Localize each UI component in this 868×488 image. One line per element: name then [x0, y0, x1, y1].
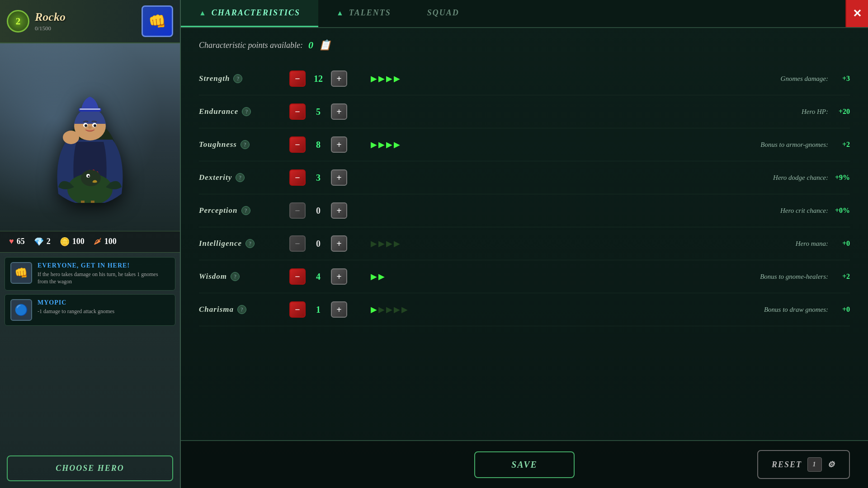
stat-controls-toughness: − 8 +: [289, 136, 371, 153]
blue-value: 2: [47, 237, 51, 246]
minus-button-endurance[interactable]: −: [289, 103, 306, 120]
help-button-charisma[interactable]: ?: [237, 305, 246, 314]
stat-number-strength: 12: [309, 74, 327, 84]
trait-icon-myopic: 🔵: [10, 299, 32, 321]
stat-gold-item: 🪙 100: [60, 237, 85, 247]
help-button-intelligence[interactable]: ?: [245, 239, 255, 248]
bottom-bar: Save Reset 1 ⚙: [181, 440, 868, 488]
stat-label-section-wisdom: Wisdom ?: [199, 272, 289, 281]
help-button-strength[interactable]: ?: [233, 74, 242, 83]
effect-value-strength: +3: [832, 75, 850, 83]
help-button-perception[interactable]: ?: [241, 206, 250, 215]
arrow-strength-2: ▶: [386, 74, 392, 84]
trait-desc-myopic: -1 damage to ranged attack gnomes: [38, 308, 114, 315]
minus-button-toughness[interactable]: −: [289, 136, 306, 153]
points-icon: 📋: [319, 39, 331, 51]
arrow-intelligence-2: ▶: [386, 239, 392, 249]
plus-button-charisma[interactable]: +: [331, 301, 347, 318]
stat-label-section-strength: Strength ?: [199, 74, 289, 83]
svg-point-8: [88, 126, 92, 129]
gold-icon: 🪙: [60, 237, 70, 247]
svg-rect-10: [65, 133, 76, 141]
arrows-section-charisma: ▶▶▶▶▶: [371, 305, 425, 314]
trait-content-everyone-get-in-here: Everyone, get in here! If the hero takes…: [38, 262, 170, 286]
stat-label-section-endurance: Endurance ?: [199, 107, 289, 116]
stat-label-dexterity: Dexterity: [199, 173, 232, 182]
hp-icon: ♥: [9, 237, 14, 246]
choose-hero-button[interactable]: Choose Hero: [7, 455, 173, 481]
tab-talents[interactable]: ▲ Talents: [318, 0, 409, 27]
arrows-section-wisdom: ▶▶: [371, 272, 425, 282]
plus-button-wisdom[interactable]: +: [331, 268, 347, 285]
effect-value-endurance: +20: [832, 108, 850, 116]
hero-name: Rocko: [35, 10, 136, 24]
help-button-toughness[interactable]: ?: [241, 140, 250, 149]
stat-controls-wisdom: − 4 +: [289, 268, 371, 285]
hero-header: 2 Rocko 0/1500 👊: [0, 0, 180, 43]
stat-number-wisdom: 4: [309, 272, 327, 282]
stat-row-wisdom: Wisdom ? − 4 + ▶▶ Bonus to gnome-healers…: [199, 260, 850, 293]
points-available: Characteristic points available: 0 📋: [199, 39, 850, 51]
help-button-endurance[interactable]: ?: [242, 107, 251, 116]
minus-button-dexterity[interactable]: −: [289, 169, 306, 186]
arrow-charisma-4: ▶: [401, 305, 408, 314]
effect-value-perception: +0%: [832, 206, 850, 215]
hero-image-area: [0, 43, 180, 231]
points-count: 0: [308, 39, 313, 51]
minus-button-charisma[interactable]: −: [289, 301, 306, 318]
trait-desc-everyone-get-in-here: If the hero takes damage on his turn, he…: [38, 271, 170, 286]
effect-label-charisma: Bonus to draw gnomes:: [702, 306, 828, 314]
tab-characteristics-arrow: ▲: [199, 9, 207, 17]
plus-button-endurance[interactable]: +: [331, 103, 347, 120]
stat-number-toughness: 8: [309, 140, 327, 150]
save-button[interactable]: Save: [474, 451, 575, 478]
effect-label-intelligence: Hero mana:: [702, 240, 828, 248]
arrow-intelligence-1: ▶: [378, 239, 385, 249]
hp-value: 65: [17, 237, 25, 246]
plus-button-dexterity[interactable]: +: [331, 169, 347, 186]
help-button-dexterity[interactable]: ?: [236, 173, 245, 182]
stat-row-strength: Strength ? − 12 + ▶▶▶▶ Gnomes damage: +3: [199, 62, 850, 95]
minus-button-perception: −: [289, 202, 306, 219]
reset-count: 1: [807, 457, 822, 472]
tab-squad[interactable]: Squad: [409, 0, 477, 27]
stat-number-perception: 0: [309, 206, 327, 216]
arrow-charisma-1: ▶: [378, 305, 385, 314]
arrow-strength-3: ▶: [394, 74, 400, 84]
stat-label-section-charisma: Charisma ?: [199, 305, 289, 314]
help-button-wisdom[interactable]: ?: [231, 272, 240, 281]
blue-icon: 💎: [34, 237, 44, 247]
stat-label-charisma: Charisma: [199, 305, 234, 314]
tab-characteristics[interactable]: ▲ Characteristics: [181, 0, 318, 27]
reset-button[interactable]: Reset 1 ⚙: [757, 450, 850, 479]
close-button[interactable]: ✕: [845, 0, 868, 27]
minus-button-strength[interactable]: −: [289, 70, 306, 87]
hero-name-section: Rocko 0/1500: [35, 10, 136, 32]
plus-button-perception[interactable]: +: [331, 202, 347, 219]
trait-card-myopic: 🔵 Myopic -1 damage to ranged attack gnom…: [5, 294, 175, 326]
stat-rows: Strength ? − 12 + ▶▶▶▶ Gnomes damage: +3…: [199, 62, 850, 326]
stat-hp-item: ♥ 65: [9, 237, 25, 246]
gold-value: 100: [72, 237, 85, 246]
arrow-strength-1: ▶: [378, 74, 385, 84]
svg-point-6: [85, 124, 87, 127]
arrow-charisma-3: ▶: [394, 305, 400, 314]
arrows-section-strength: ▶▶▶▶: [371, 74, 425, 84]
effect-label-strength: Gnomes damage:: [702, 75, 828, 83]
stat-label-section-dexterity: Dexterity ?: [199, 173, 289, 182]
traits-section: 👊 Everyone, get in here! If the hero tak…: [0, 253, 180, 449]
stat-label-wisdom: Wisdom: [199, 272, 227, 281]
plus-button-toughness[interactable]: +: [331, 136, 347, 153]
arrow-intelligence-0: ▶: [371, 239, 377, 249]
plus-button-intelligence[interactable]: +: [331, 235, 347, 252]
tab-talents-arrow: ▲: [336, 9, 344, 17]
tab-squad-label: Squad: [427, 8, 459, 18]
level-badge: 2: [7, 10, 29, 33]
plus-button-strength[interactable]: +: [331, 70, 347, 87]
effect-label-endurance: Hero HP:: [702, 108, 828, 116]
arrow-toughness-0: ▶: [371, 140, 377, 150]
trait-icon-everyone-get-in-here: 👊: [10, 262, 32, 284]
points-label: Characteristic points available:: [199, 41, 303, 50]
effect-value-toughness: +2: [832, 141, 850, 149]
minus-button-wisdom[interactable]: −: [289, 268, 306, 285]
